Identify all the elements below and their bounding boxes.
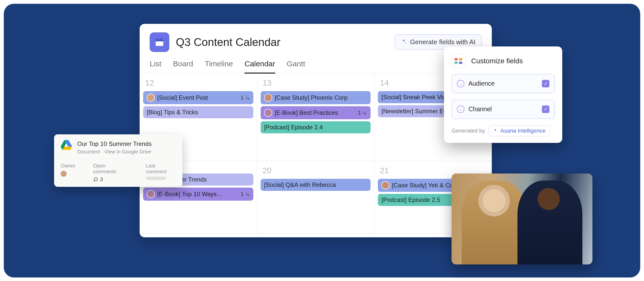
customize-fields-panel: Customize fields ⌄ Audience ✓ ⌄ Channel … [444, 46, 562, 143]
subtask-count: 1 [240, 94, 250, 101]
customize-icon [452, 54, 466, 68]
subtask-icon [245, 95, 250, 100]
day-number: 13 [263, 78, 371, 88]
gdrive-meta: Owner Open comments 3 Last comment [61, 163, 176, 182]
chevron-down-icon: ⌄ [457, 80, 464, 87]
calendar-event[interactable]: [E-Book] Top 10 Ways… 1 [143, 188, 253, 201]
gdrive-last-comment-label: Last comment [146, 163, 176, 175]
event-label: [Social] Q&A with Rebecca [264, 181, 336, 188]
generate-button-label: Generate fields with AI [410, 38, 475, 46]
gdrive-file-sub: Document · View in Google Drive [77, 149, 152, 155]
tab-board[interactable]: Board [173, 60, 193, 73]
event-label: [Blog] Tips & Tricks [147, 109, 198, 116]
svg-rect-5 [459, 58, 462, 61]
field-checkbox[interactable]: ✓ [542, 80, 549, 87]
page-title: Q3 Content Calendar [176, 36, 280, 48]
event-label: [E-Book] Top 10 Ways… [157, 191, 223, 198]
tab-gantt[interactable]: Gantt [287, 60, 305, 73]
placeholder-bar [146, 177, 166, 180]
assignee-avatar [381, 181, 389, 189]
event-label: [Podcast] Episode 2.5 [381, 196, 440, 203]
stock-photo [452, 174, 592, 264]
svg-rect-4 [454, 58, 458, 61]
calendar-event[interactable]: [E-Book] Best Practices 1 [261, 106, 371, 119]
svg-rect-7 [459, 62, 462, 64]
event-label: [Case Study] Phoenix Corp [275, 94, 348, 101]
gdrive-open-comments-label: Open comments [93, 163, 128, 175]
subtask-count: 1 [358, 109, 367, 116]
event-label: [Podcast] Episode 2.4 [264, 124, 323, 131]
gdrive-owner-label: Owner [61, 163, 75, 169]
page-background: Q3 Content Calendar Generate fields with… [4, 4, 640, 277]
comment-count: 3 [100, 177, 103, 182]
content-calendar-card: Q3 Content Calendar Generate fields with… [140, 24, 492, 237]
gdrive-attachment-card[interactable]: Our Top 10 Summer Trends Document · View… [54, 134, 182, 187]
sparkle-icon [493, 128, 498, 133]
view-tabs: List Board Timeline Calendar Gantt [140, 52, 492, 73]
calendar-event[interactable]: [Social] Q&A with Rebecca [261, 179, 371, 191]
project-calendar-icon [150, 32, 169, 52]
calendar-cell[interactable]: 20 [Social] Q&A with Rebecca [257, 161, 375, 234]
badge-label: Asana Intelligence [500, 128, 546, 134]
generated-by-label: Generated by [452, 128, 485, 134]
calendar-event[interactable]: [Podcast] Episode 2.4 [261, 121, 371, 133]
field-checkbox[interactable]: ✓ [542, 105, 549, 113]
assignee-avatar [147, 94, 155, 102]
day-number: 20 [263, 166, 371, 175]
card-header: Q3 Content Calendar Generate fields with… [140, 24, 492, 52]
tab-calendar[interactable]: Calendar [245, 60, 275, 74]
field-label: Channel [468, 105, 492, 113]
chevron-down-icon: ⌄ [457, 105, 464, 113]
owner-avatar [61, 171, 67, 177]
field-audience[interactable]: ⌄ Audience ✓ [452, 74, 555, 93]
tab-list[interactable]: List [150, 60, 162, 73]
svg-rect-3 [161, 38, 162, 40]
sparkle-icon [401, 38, 407, 46]
gdrive-file-title: Our Top 10 Summer Trends [77, 140, 152, 148]
calendar-cell[interactable]: 13 [Case Study] Phoenix Corp [E-Book] Be… [257, 73, 375, 161]
subtask-icon [363, 110, 367, 115]
day-number: 12 [145, 78, 253, 88]
svg-rect-1 [156, 39, 163, 41]
event-label: [Social] Sneak Peek Video [381, 94, 452, 101]
gdrive-header: Our Top 10 Summer Trends Document · View… [61, 140, 176, 159]
assignee-avatar [264, 109, 272, 117]
calendar-event[interactable]: [Social] Event Post 1 [143, 91, 253, 104]
event-label: [Social] Event Post [157, 94, 208, 101]
svg-rect-2 [157, 38, 158, 40]
svg-rect-6 [454, 62, 458, 64]
event-label: [E-Book] Best Practices [275, 109, 338, 116]
field-label: Audience [468, 80, 495, 87]
calendar-event[interactable]: [Case Study] Phoenix Corp [261, 91, 371, 104]
google-drive-icon [61, 140, 72, 150]
event-label: [Case Study] Yeti & Co. [392, 182, 455, 189]
field-channel[interactable]: ⌄ Channel ✓ [452, 100, 555, 119]
assignee-avatar [147, 190, 155, 198]
calendar-event[interactable]: [Blog] Tips & Tricks [143, 106, 253, 118]
tab-timeline[interactable]: Timeline [205, 60, 233, 73]
subtask-icon [245, 192, 250, 196]
comment-icon [93, 177, 98, 182]
assignee-avatar [264, 94, 272, 102]
asana-intelligence-badge[interactable]: Asana Intelligence [489, 125, 550, 136]
subtask-count: 1 [240, 191, 250, 197]
calendar-grid: 12 [Social] Event Post 1 [Blog] Tips & T… [140, 73, 492, 234]
customize-title: Customize fields [471, 57, 523, 65]
